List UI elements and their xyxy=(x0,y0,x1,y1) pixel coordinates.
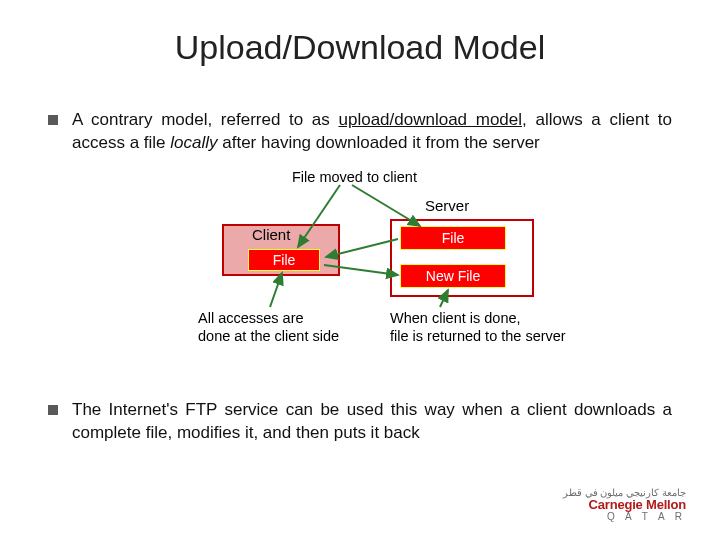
bullet-2-text: The Internet's FTP service can be used t… xyxy=(72,399,672,445)
svg-line-4 xyxy=(270,273,282,307)
caption-return-l2: file is returned to the server xyxy=(390,328,566,344)
bullet-1-underline: upload/download model xyxy=(339,110,523,129)
server-file-box: File xyxy=(400,226,506,250)
bullet-list-top: A contrary model, referred to as upload/… xyxy=(48,109,672,155)
bullet-list-bottom: The Internet's FTP service can be used t… xyxy=(48,399,672,445)
caption-file-moved: File moved to client xyxy=(292,169,417,185)
client-file-box: File xyxy=(248,249,320,271)
caption-return-l1: When client is done, xyxy=(390,310,521,326)
bullet-1-text: A contrary model, referred to as upload/… xyxy=(72,109,672,155)
caption-accesses-l2: done at the client side xyxy=(198,328,339,344)
caption-accesses: All accesses are done at the client side xyxy=(198,309,339,345)
slide-title: Upload/Download Model xyxy=(0,28,720,67)
bullet-1: A contrary model, referred to as upload/… xyxy=(48,109,672,155)
bullet-marker xyxy=(48,115,58,125)
client-label: Client xyxy=(252,226,290,243)
footer-logo: جامعة كارنيجي ميلون في قطر Carnegie Mell… xyxy=(563,488,686,522)
server-newfile-box: New File xyxy=(400,264,506,288)
bullet-1-pre: A contrary model, referred to as xyxy=(72,110,339,129)
bullet-1-post: after having downloaded it from the serv… xyxy=(218,133,540,152)
bullet-2: The Internet's FTP service can be used t… xyxy=(48,399,672,445)
diagram-arrows xyxy=(0,169,720,389)
caption-return: When client is done, file is returned to… xyxy=(390,309,566,345)
bullet-marker xyxy=(48,405,58,415)
server-label: Server xyxy=(425,197,469,214)
diagram: File moved to client Server File New Fil… xyxy=(0,169,720,389)
logo-line-1: Carnegie Mellon xyxy=(563,498,686,511)
caption-accesses-l1: All accesses are xyxy=(198,310,304,326)
logo-line-2: Q A T A R xyxy=(563,512,686,522)
bullet-1-italic: locally xyxy=(170,133,217,152)
